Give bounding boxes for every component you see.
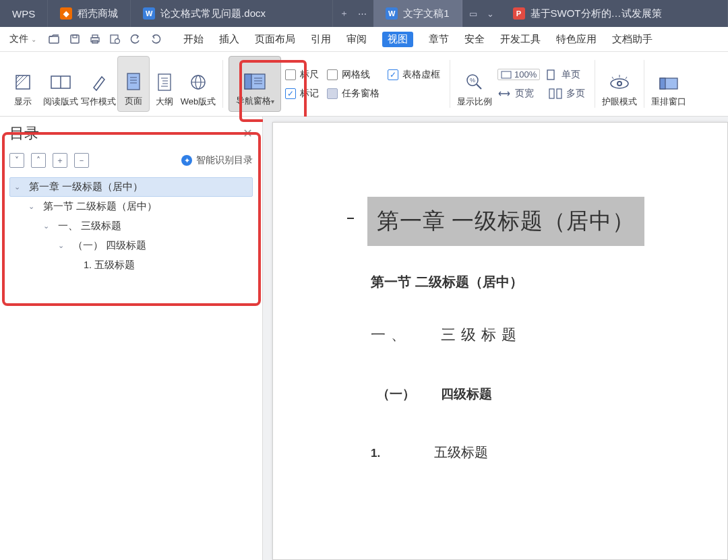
screen-icon[interactable]: ▭ (469, 9, 477, 19)
toc-item-4[interactable]: ⌄（一） 四级标题 (9, 236, 253, 255)
qat-redo[interactable] (146, 30, 166, 48)
btn-navpane[interactable]: 导航窗格▾ (229, 56, 281, 112)
label: Web版式 (181, 96, 216, 108)
menu-ref[interactable]: 引用 (311, 33, 331, 46)
toc-item-2[interactable]: ⌄第一节 二级标题（居中） (9, 197, 253, 216)
menu-layout[interactable]: 页面布局 (255, 33, 295, 46)
btn-zoom[interactable]: % 显示比例 (456, 56, 493, 112)
expand-all-icon[interactable]: ˅ (9, 153, 24, 168)
qat-open[interactable] (44, 30, 65, 48)
close-icon[interactable]: ✕ (243, 126, 253, 141)
body: 目录 ✕ ˅ ˄ ＋ － ✦智能识别目录 ⌄第一章 一级标题（居中） ⌄第一节 … (0, 117, 728, 560)
pagewidth-icon (497, 88, 511, 99)
toc-label: 第一节 二级标题（居中） (43, 200, 157, 213)
cb-taskpane[interactable]: 任务窗格 (327, 88, 380, 100)
menu-special[interactable]: 特色应用 (556, 33, 597, 46)
menu-chapter[interactable]: 章节 (429, 33, 449, 46)
tab-doc3[interactable]: P基于SWOT分析的…试发展策 (501, 0, 728, 27)
svg-rect-8 (16, 75, 30, 89)
menu-home[interactable]: 开始 (183, 33, 204, 46)
smart-toc[interactable]: ✦智能识别目录 (181, 154, 253, 166)
heading-5: 1.五级标题 (367, 443, 687, 462)
cb-grid[interactable]: 网格线 (327, 69, 380, 81)
zoom-pagewidth[interactable]: 页宽多页 (497, 88, 585, 100)
qat-undo[interactable] (125, 30, 146, 48)
btn-reading[interactable]: 阅读版式 (42, 56, 80, 112)
ppt-icon: P (513, 7, 525, 20)
btn-display[interactable]: 显示 (4, 56, 42, 112)
tab-label: 文字文稿1 (403, 7, 449, 20)
btn-outline[interactable]: 大纲 (150, 56, 179, 112)
toc-item-1[interactable]: ⌄第一章 一级标题（居中） (9, 177, 253, 197)
btn-writing[interactable]: 写作模式 (80, 56, 117, 112)
cb-ruler[interactable]: 标尺 (285, 69, 319, 81)
window-controls-1: ＋⋯ (333, 0, 373, 27)
ai-icon: ✦ (181, 155, 192, 166)
single-page-icon (544, 69, 557, 80)
remove-section-icon[interactable]: － (74, 153, 89, 168)
toc-item-3[interactable]: ⌄一、 三级标题 (9, 216, 253, 236)
btn-rearrange[interactable]: 重排窗口 (650, 56, 688, 112)
menu-view[interactable]: 视图 (382, 32, 413, 47)
menu-review[interactable]: 审阅 (346, 33, 367, 46)
chevron-down-icon: ⌄ (14, 183, 24, 191)
chevron-down-icon: ⌄ (28, 202, 38, 211)
qat-save[interactable] (65, 30, 85, 48)
svg-rect-33 (549, 89, 554, 98)
outline-icon (153, 71, 176, 94)
toc-label: 第一章 一级标题（居中） (29, 181, 143, 193)
svg-rect-15 (158, 74, 171, 90)
svg-text:%: % (470, 77, 475, 84)
label: 大纲 (156, 96, 173, 108)
tab-doc2[interactable]: W文字文稿1 (373, 0, 462, 27)
cb-mark[interactable]: ✓标记 (285, 88, 319, 100)
btn-page[interactable]: 页面 (117, 56, 150, 112)
checkbox-col-1: 标尺 ✓标记 (281, 56, 323, 112)
heading-4: （一）四级标题 (367, 385, 687, 403)
dots-icon[interactable]: ⋯ (358, 9, 367, 19)
tab-label: WPS (12, 8, 35, 20)
label: 显示 (14, 96, 32, 108)
toc-label: （一） 四级标题 (73, 239, 146, 252)
tab-home[interactable]: WPS (0, 0, 48, 27)
label: 智能识别目录 (196, 154, 253, 166)
qat-print[interactable] (85, 30, 105, 48)
label: 表格虚框 (402, 69, 440, 81)
menu-safe[interactable]: 安全 (464, 33, 485, 46)
checkbox-icon (327, 69, 338, 80)
svg-rect-34 (557, 89, 562, 98)
label: 100% (514, 69, 537, 80)
plus-icon[interactable]: ＋ (340, 7, 348, 20)
qat-preview[interactable] (105, 30, 125, 48)
quick-access-toolbar (44, 30, 166, 48)
document-area: 第一章 一级标题（居中） 第一节 二级标题（居中） 一、三级标题 （一）四级标题… (263, 117, 728, 560)
menu-helper[interactable]: 文档助手 (612, 33, 653, 46)
menu-insert[interactable]: 插入 (219, 33, 239, 46)
svg-rect-0 (49, 36, 59, 43)
menu-dev[interactable]: 开发工具 (500, 33, 541, 46)
toc-item-5[interactable]: 1. 五级标题 (9, 255, 253, 275)
tab-doc1[interactable]: W论文格式常见问题.docx (131, 0, 333, 27)
page[interactable]: 第一章 一级标题（居中） 第一节 二级标题（居中） 一、三级标题 （一）四级标题… (272, 122, 728, 560)
zoom-col: 100%单页 页宽多页 (493, 56, 589, 112)
down-icon[interactable]: ⌄ (487, 9, 494, 19)
ribbon: 显示 阅读版式 写作模式 页面 大纲 Web版式 (0, 52, 728, 117)
btn-web[interactable]: Web版式 (179, 56, 217, 112)
file-menu[interactable]: 文件 ⌄ (5, 32, 40, 46)
window-controls-2: ▭⌄ (462, 0, 501, 27)
btn-eyecare[interactable]: 护眼模式 (601, 56, 638, 112)
svg-rect-11 (127, 73, 140, 90)
label: 护眼模式 (602, 96, 637, 108)
tab-mall[interactable]: ◆稻壳商城 (48, 0, 131, 27)
cb-tabledash[interactable]: ✓表格虚框 (388, 69, 440, 81)
toc-label: 一、 三级标题 (58, 220, 121, 232)
page-icon (122, 70, 145, 93)
new-section-icon[interactable]: ＋ (53, 153, 67, 168)
display-icon (11, 71, 34, 94)
word-icon: W (143, 7, 155, 20)
multi-page-icon (549, 88, 562, 99)
zoom-pct[interactable]: 100%单页 (497, 69, 585, 81)
toc-tree: ⌄第一章 一级标题（居中） ⌄第一节 二级标题（居中） ⌄一、 三级标题 ⌄（一… (9, 177, 253, 275)
fire-icon: ◆ (60, 7, 72, 20)
collapse-all-icon[interactable]: ˄ (31, 153, 46, 168)
